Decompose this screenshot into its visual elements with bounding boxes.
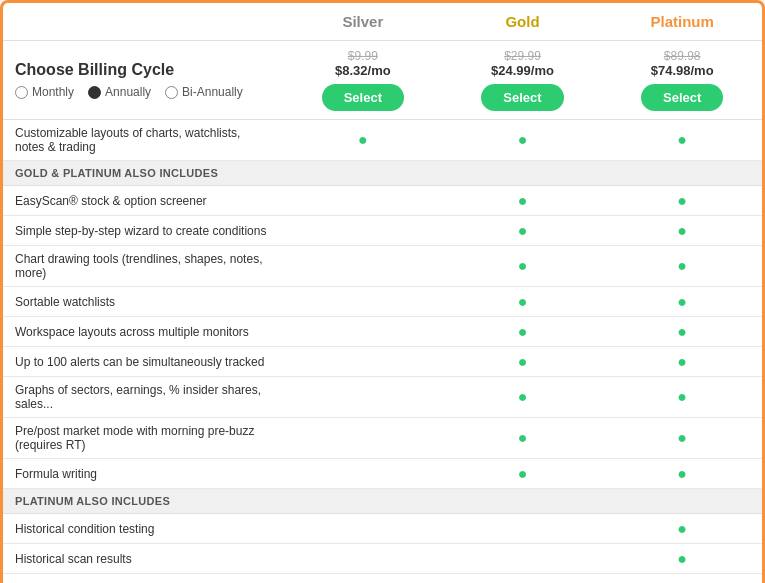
header-row: Silver Gold Platinum [3, 3, 762, 41]
section-header-label: GOLD & PLATINUM ALSO INCLUDES [3, 161, 762, 185]
feature-dot-gold: ● [443, 429, 603, 447]
feature-dot-gold: ● [443, 353, 603, 371]
feature-label: Historical condition testing [3, 516, 283, 542]
feature-label: Sortable watchlists [3, 289, 283, 315]
feature-row: Workspace layouts across multiple monito… [3, 317, 762, 347]
feature-dot-platinum: ● [602, 520, 762, 538]
price-silver: $9.99 $8.32/mo Select [283, 41, 443, 119]
feature-row: Formula writing●● [3, 459, 762, 489]
feature-row: Historical scan results● [3, 544, 762, 574]
annually-radio[interactable] [88, 86, 101, 99]
gold-old-price: $29.99 [447, 49, 599, 63]
header-gold: Gold [443, 3, 603, 40]
feature-dot-gold: ● [443, 323, 603, 341]
billing-options: Monthly Annually Bi-Annually [15, 85, 271, 99]
feature-label: Simple step-by-step wizard to create con… [3, 218, 283, 244]
silver-old-price: $9.99 [287, 49, 439, 63]
feature-dot-platinum: ● [602, 222, 762, 240]
feature-dot-platinum: ● [602, 429, 762, 447]
feature-row: Historical condition testing● [3, 514, 762, 544]
features-container: Customizable layouts of charts, watchlis… [3, 120, 762, 583]
table-container: Silver Gold Platinum Choose Billing Cycl… [3, 3, 762, 583]
feature-dot-gold: ● [443, 192, 603, 210]
feature-label: Up to 100 alerts can be simultaneously t… [3, 349, 283, 375]
feature-label: Graphs of sectors, earnings, % insider s… [3, 377, 283, 417]
feature-label: Chart drawing tools (trendlines, shapes,… [3, 246, 283, 286]
billing-title: Choose Billing Cycle [15, 61, 271, 79]
select-gold-button[interactable]: Select [481, 84, 563, 111]
feature-dot-platinum: ● [602, 580, 762, 584]
feature-row: EasyScan® stock & option screener●● [3, 186, 762, 216]
billing-left: Choose Billing Cycle Monthly Annually Bi… [3, 53, 283, 107]
option-annually[interactable]: Annually [88, 85, 151, 99]
feature-dot-platinum: ● [602, 388, 762, 406]
feature-dot-platinum: ● [602, 257, 762, 275]
feature-row: Sortable watchlists●● [3, 287, 762, 317]
feature-label: Customizable layouts of charts, watchlis… [3, 120, 283, 160]
feature-label: EasyScan® stock & option screener [3, 188, 283, 214]
feature-label: Formula writing [3, 461, 283, 487]
feature-dot-platinum: ● [602, 323, 762, 341]
feature-row: Automatic refresh intervals on scans & s… [3, 574, 762, 583]
feature-dot-gold: ● [443, 257, 603, 275]
billing-row: Choose Billing Cycle Monthly Annually Bi… [3, 41, 762, 120]
feature-dot-gold: ● [443, 222, 603, 240]
section-header: PLATINUM ALSO INCLUDES [3, 489, 762, 514]
feature-row: Graphs of sectors, earnings, % insider s… [3, 377, 762, 418]
header-left-empty [3, 3, 283, 40]
feature-label: Historical scan results [3, 546, 283, 572]
platinum-old-price: $89.98 [606, 49, 758, 63]
feature-row: Pre/post market mode with morning pre-bu… [3, 418, 762, 459]
feature-label: Pre/post market mode with morning pre-bu… [3, 418, 283, 458]
select-silver-button[interactable]: Select [322, 84, 404, 111]
platinum-new-price: $74.98/mo [606, 63, 758, 78]
header-silver: Silver [283, 3, 443, 40]
price-gold: $29.99 $24.99/mo Select [443, 41, 603, 119]
gold-new-price: $24.99/mo [447, 63, 599, 78]
feature-row: Chart drawing tools (trendlines, shapes,… [3, 246, 762, 287]
feature-dot-gold: ● [443, 131, 603, 149]
option-monthly[interactable]: Monthly [15, 85, 74, 99]
annually-label: Annually [105, 85, 151, 99]
feature-label: Automatic refresh intervals on scans & s… [3, 576, 283, 584]
feature-dot-gold: ● [443, 465, 603, 483]
feature-dot-platinum: ● [602, 293, 762, 311]
select-platinum-button[interactable]: Select [641, 84, 723, 111]
feature-row: Up to 100 alerts can be simultaneously t… [3, 347, 762, 377]
feature-dot-platinum: ● [602, 550, 762, 568]
feature-dot-platinum: ● [602, 465, 762, 483]
feature-dot-gold: ● [443, 293, 603, 311]
silver-new-price: $8.32/mo [287, 63, 439, 78]
feature-dot-gold: ● [443, 388, 603, 406]
monthly-radio[interactable] [15, 86, 28, 99]
section-header: GOLD & PLATINUM ALSO INCLUDES [3, 161, 762, 186]
feature-row: Customizable layouts of charts, watchlis… [3, 120, 762, 161]
option-biannually[interactable]: Bi-Annually [165, 85, 243, 99]
section-header-label: PLATINUM ALSO INCLUDES [3, 489, 762, 513]
monthly-label: Monthly [32, 85, 74, 99]
biannually-label: Bi-Annually [182, 85, 243, 99]
feature-label: Workspace layouts across multiple monito… [3, 319, 283, 345]
feature-row: Simple step-by-step wizard to create con… [3, 216, 762, 246]
feature-dot-platinum: ● [602, 353, 762, 371]
biannually-radio[interactable] [165, 86, 178, 99]
feature-dot-platinum: ● [602, 131, 762, 149]
pricing-table: Silver Gold Platinum Choose Billing Cycl… [0, 0, 765, 583]
header-platinum: Platinum [602, 3, 762, 40]
price-platinum: $89.98 $74.98/mo Select [602, 41, 762, 119]
feature-dot-platinum: ● [602, 192, 762, 210]
feature-dot-silver: ● [283, 131, 443, 149]
